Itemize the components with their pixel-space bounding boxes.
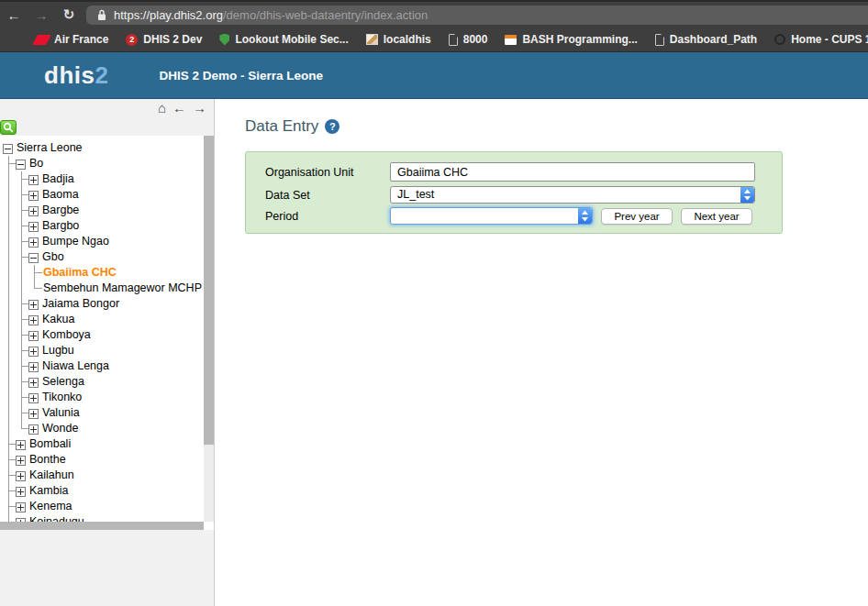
bookmark-item[interactable]: localdhis: [366, 33, 431, 46]
next-year-button[interactable]: Next year: [681, 208, 752, 225]
expand-icon[interactable]: [28, 175, 39, 185]
tree-node-kenema[interactable]: Kenema: [3, 499, 204, 514]
tree-node-label[interactable]: Tikonko: [40, 390, 82, 405]
bookmark-item[interactable]: Air France: [35, 33, 108, 46]
tree-node-valunia[interactable]: Valunia: [3, 405, 204, 421]
expand-icon[interactable]: [16, 487, 26, 497]
dataset-row: Data Set JL_test: [265, 186, 782, 204]
tree-node-wonde[interactable]: Wonde: [3, 421, 204, 436]
tree-node-sierra-leone[interactable]: Sierra Leone: [3, 140, 204, 156]
tree-back-icon[interactable]: ←: [172, 100, 186, 116]
expand-icon[interactable]: [28, 331, 39, 341]
vertical-scrollbar-thumb[interactable]: [204, 136, 214, 445]
expand-icon[interactable]: [28, 409, 39, 419]
browser-forward-icon[interactable]: →: [28, 7, 55, 23]
tree-node-bombali[interactable]: Bombali: [3, 436, 204, 452]
tree-node-niawa-lenga[interactable]: Niawa Lenga: [3, 358, 204, 374]
tree-node-bargbe[interactable]: Bargbe: [3, 203, 204, 218]
bookmark-item[interactable]: BASH Programming...: [505, 33, 637, 46]
expand-icon[interactable]: [28, 222, 39, 232]
expand-icon[interactable]: [28, 378, 39, 388]
tree-node-label[interactable]: Badjia: [40, 171, 74, 187]
tree-node-label[interactable]: Lugbu: [40, 343, 74, 358]
tree-forward-icon[interactable]: →: [193, 100, 206, 116]
tree-node-label[interactable]: Baoma: [40, 187, 79, 203]
expand-icon[interactable]: [28, 300, 39, 310]
tree-node-bonthe[interactable]: Bonthe: [3, 452, 204, 468]
tree-node-label[interactable]: Koinadugu: [28, 514, 84, 522]
tree-node-sembehun-mamagewor-mchp[interactable]: Sembehun Mamagewor MCHP: [3, 281, 204, 296]
tree-node-kakua[interactable]: Kakua: [3, 312, 204, 327]
tree-node-jaiama-bongor[interactable]: Jaiama Bongor: [3, 296, 204, 312]
expand-icon[interactable]: [28, 347, 39, 357]
tree-horizontal-scrollbar[interactable]: [0, 522, 214, 530]
tree-node-label[interactable]: Komboya: [40, 327, 91, 343]
browser-reload-icon[interactable]: ↻: [55, 6, 83, 23]
tree-node-label[interactable]: Gbaiima CHC: [41, 265, 117, 281]
expand-icon[interactable]: [16, 471, 26, 481]
tree-node-badjia[interactable]: Badjia: [3, 171, 204, 187]
tree-node-tikonko[interactable]: Tikonko: [3, 390, 204, 405]
tree-node-label[interactable]: Bombali: [28, 436, 71, 452]
period-select[interactable]: [390, 207, 593, 225]
dhis2-logo[interactable]: dhis2: [44, 61, 108, 90]
tree-node-kailahun[interactable]: Kailahun: [3, 468, 204, 483]
tree-node-label[interactable]: Kailahun: [28, 468, 74, 483]
tree-node-label[interactable]: Sembehun Mamagewor MCHP: [41, 281, 202, 296]
horizontal-scrollbar-thumb[interactable]: [0, 522, 204, 530]
tree-node-label[interactable]: Niawa Lenga: [40, 358, 109, 374]
tree-node-gbaiima-chc[interactable]: Gbaiima CHC: [3, 265, 204, 281]
tree-node-bumpe-ngao[interactable]: Bumpe Ngao: [3, 234, 204, 249]
tree-node-label[interactable]: Bargbo: [40, 218, 79, 234]
prev-year-button[interactable]: Prev year: [601, 208, 673, 225]
bookmark-item[interactable]: 2DHIS 2 Dev: [126, 33, 202, 46]
browser-back-icon[interactable]: ←: [0, 7, 28, 23]
expand-icon[interactable]: [28, 393, 39, 403]
org-unit-input[interactable]: [390, 162, 755, 182]
tree-node-lugbu[interactable]: Lugbu: [3, 343, 204, 358]
help-icon[interactable]: ?: [325, 119, 339, 134]
expand-icon[interactable]: [16, 456, 26, 466]
tree-node-komboya[interactable]: Komboya: [3, 327, 204, 343]
expand-icon[interactable]: [28, 237, 39, 248]
collapse-icon[interactable]: [3, 144, 13, 154]
tree-node-baoma[interactable]: Baoma: [3, 187, 204, 203]
tree-node-koinadugu[interactable]: Koinadugu: [3, 514, 204, 522]
expand-icon[interactable]: [16, 440, 26, 450]
tree-node-label[interactable]: Bonthe: [28, 452, 66, 468]
expand-icon[interactable]: [28, 206, 39, 216]
tree-node-bo[interactable]: Bo: [3, 156, 204, 171]
dataset-select[interactable]: JL_test: [390, 186, 755, 204]
collapse-icon[interactable]: [16, 160, 26, 170]
expand-icon[interactable]: [28, 315, 39, 325]
url-bar[interactable]: https://play.dhis2.org/demo/dhis-web-dat…: [86, 6, 868, 25]
home-icon[interactable]: ⌂: [158, 100, 166, 116]
collapse-icon[interactable]: [28, 253, 39, 263]
expand-icon[interactable]: [16, 502, 26, 512]
tree-node-label[interactable]: Kakua: [40, 312, 74, 327]
tree-node-label[interactable]: Valunia: [40, 405, 80, 421]
bookmark-item[interactable]: Home - CUPS 1.5.2: [774, 33, 868, 46]
tree-node-kambia[interactable]: Kambia: [3, 483, 204, 499]
expand-icon[interactable]: [28, 191, 39, 201]
tree-node-bargbo[interactable]: Bargbo: [3, 218, 204, 234]
tree-node-label[interactable]: Bargbe: [40, 203, 79, 218]
bookmark-item[interactable]: Lookout Mobile Sec...: [219, 33, 348, 46]
orgunit-search-button[interactable]: [0, 120, 17, 135]
expand-icon[interactable]: [28, 362, 39, 372]
bookmark-item[interactable]: 8000: [449, 33, 488, 46]
bookmark-item[interactable]: Dashboard_Path: [655, 33, 757, 46]
tree-node-label[interactable]: Gbo: [40, 249, 64, 265]
tree-node-label[interactable]: Sierra Leone: [15, 140, 83, 156]
tree-node-label[interactable]: Wonde: [40, 421, 78, 436]
tree-node-label[interactable]: Jaiama Bongor: [40, 296, 119, 312]
tree-node-selenga[interactable]: Selenga: [3, 374, 204, 390]
tree-node-label[interactable]: Bo: [28, 156, 43, 171]
tree-node-label[interactable]: Kambia: [28, 483, 68, 499]
tree-node-gbo[interactable]: Gbo: [3, 249, 204, 265]
tree-node-label[interactable]: Bumpe Ngao: [40, 234, 109, 249]
expand-icon[interactable]: [28, 424, 39, 435]
tree-node-label[interactable]: Kenema: [28, 499, 72, 514]
tree-node-label[interactable]: Selenga: [40, 374, 84, 390]
tree-vertical-scrollbar[interactable]: [204, 136, 214, 522]
